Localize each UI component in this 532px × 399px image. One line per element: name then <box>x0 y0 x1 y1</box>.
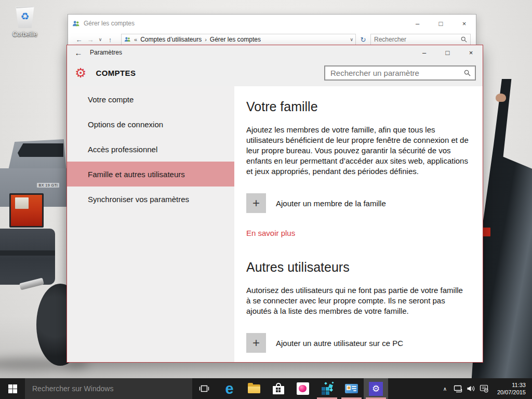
volume-icon <box>467 385 476 392</box>
add-other-user-label: Ajouter un autre utilisateur sur ce PC <box>276 339 403 348</box>
network-icon <box>454 385 463 393</box>
car-rear-window <box>18 143 63 157</box>
plus-icon: + <box>252 196 260 210</box>
breadcrumb-item-comptes-utilisateurs[interactable]: Comptes d’utilisateurs <box>140 36 202 43</box>
folder-icon <box>248 384 260 393</box>
start-button[interactable] <box>0 378 25 399</box>
user-accounts-icon <box>345 384 358 393</box>
volume-tray-button[interactable] <box>464 385 477 392</box>
breadcrumb-prefix: « <box>133 36 138 43</box>
explorer-maximize-button[interactable]: □ <box>429 15 453 32</box>
sidebar-item-famille-et-autres-utilisateurs[interactable]: Famille et autres utilisateurs <box>67 162 234 187</box>
action-center-icon <box>480 384 489 393</box>
others-section-description: Autorisez des utilisateurs qui ne font p… <box>246 285 469 316</box>
sidebar-item-synchroniser-vos-parametres[interactable]: Synchroniser vos paramètres <box>67 187 234 211</box>
add-family-member-button[interactable]: + <box>246 193 266 213</box>
nav-history-chevron-icon[interactable]: ∨ <box>97 37 103 42</box>
add-other-user-row[interactable]: + Ajouter un autre utilisateur sur ce PC <box>246 333 469 353</box>
wallpaper-car-rear: BX 19 GTi <box>0 139 76 378</box>
search-icon <box>461 36 467 43</box>
clock-date: 20/07/2015 <box>490 389 526 396</box>
settings-content: Votre famille Ajoutez les membres de vot… <box>234 86 483 362</box>
settings-sidebar: Votre compte Options de connexion Accès … <box>67 86 234 362</box>
user-accounts-taskbar-button[interactable] <box>339 378 364 399</box>
settings-search-box[interactable] <box>324 65 476 81</box>
explorer-close-button[interactable]: × <box>453 15 476 32</box>
task-view-icon <box>199 385 209 392</box>
recycle-bin-label: Corbeille <box>7 31 43 38</box>
recycle-bin-desktop-icon[interactable]: ♻ Corbeille <box>7 5 43 38</box>
settings-taskbar-button[interactable]: ⚙ <box>364 378 388 399</box>
recycle-bin-icon: ♻ <box>15 5 35 28</box>
others-section-title: Autres utilisateurs <box>246 259 469 275</box>
explorer-address-bar[interactable]: « Comptes d’utilisateurs › Gérer les com… <box>121 34 356 46</box>
family-section-title: Votre famille <box>246 99 469 114</box>
candy-crush-icon <box>297 382 309 395</box>
nav-up-icon[interactable]: ↑ <box>105 36 115 44</box>
taskbar-apps: e <box>217 378 388 399</box>
taskbar-search-box[interactable] <box>25 378 192 399</box>
sidebar-item-votre-compte[interactable]: Votre compte <box>67 87 234 112</box>
settings-titlebar[interactable]: ← Paramètres – □ × <box>67 45 483 60</box>
car-taillight <box>9 193 44 228</box>
breadcrumb-separator-icon: › <box>204 36 208 43</box>
nav-back-icon[interactable]: ← <box>74 36 84 44</box>
settings-gear-icon: ⚙ <box>75 66 86 79</box>
chevron-up-icon: ∧ <box>443 386 447 392</box>
breadcrumb-item-gerer-les-comptes[interactable]: Gérer les comptes <box>210 36 261 43</box>
store-bag-icon <box>273 383 284 394</box>
settings-close-button[interactable]: × <box>459 45 483 60</box>
settings-search-input[interactable] <box>330 69 464 77</box>
candy-crush-taskbar-button[interactable] <box>290 378 315 399</box>
nav-forward-icon[interactable]: → <box>86 36 95 44</box>
car-bumper <box>0 229 55 285</box>
add-family-member-row[interactable]: + Ajouter un membre de la famille <box>246 193 469 213</box>
taskbar: e <box>0 378 532 399</box>
task-view-button[interactable] <box>192 378 216 399</box>
settings-maximize-button[interactable]: □ <box>436 45 459 60</box>
clock-time: 11:33 <box>490 381 526 389</box>
settings-window-title: Paramètres <box>90 49 122 56</box>
hand-on-door <box>496 94 506 102</box>
car-taillight-reverse-lens <box>15 197 29 209</box>
taskbar-search-input[interactable] <box>32 384 192 393</box>
settings-page-title: COMPTES <box>96 69 136 77</box>
add-family-member-label: Ajouter un membre de la famille <box>276 199 386 208</box>
settings-app-icon: ⚙ <box>369 382 383 396</box>
add-other-user-button[interactable]: + <box>246 333 266 353</box>
settings-window: ← Paramètres – □ × ⚙ COMPTES Votre compt… <box>66 45 483 363</box>
action-center-tray-button[interactable] <box>477 384 490 393</box>
car-badge-text: BX 19 GTi <box>37 183 59 188</box>
windows-store-taskbar-button[interactable] <box>266 378 290 399</box>
network-tray-button[interactable] <box>451 385 464 393</box>
explorer-search-box[interactable] <box>370 34 471 46</box>
explorer-search-input[interactable] <box>374 36 461 43</box>
refresh-icon[interactable]: ↻ <box>358 36 368 44</box>
plus-icon: + <box>252 336 260 350</box>
edge-taskbar-button[interactable]: e <box>217 378 242 399</box>
windows-logo-icon <box>8 384 17 393</box>
file-explorer-taskbar-button[interactable] <box>242 378 266 399</box>
car-bumper-groove <box>0 250 55 256</box>
address-dropdown-icon[interactable]: ∨ <box>350 37 353 42</box>
settings-header: ⚙ COMPTES <box>67 60 483 86</box>
sidebar-item-options-de-connexion[interactable]: Options de connexion <box>67 112 234 137</box>
explorer-window-title: Gérer les comptes <box>84 20 406 27</box>
learn-more-link[interactable]: En savoir plus <box>246 229 295 237</box>
explorer-minimize-button[interactable]: – <box>406 15 429 32</box>
sidebar-item-acces-professionnel[interactable]: Accès professionnel <box>67 137 234 162</box>
user-accounts-window-icon <box>72 20 80 27</box>
explorer-titlebar[interactable]: Gérer les comptes – □ × <box>68 15 476 32</box>
search-icon <box>464 70 471 76</box>
edge-icon: e <box>225 381 233 396</box>
clock[interactable]: 11:33 20/07/2015 <box>490 381 529 396</box>
builder-3d-icon <box>321 382 334 395</box>
family-section-description: Ajoutez les membres de votre famille, af… <box>246 125 469 177</box>
address-bar-users-icon <box>124 36 131 43</box>
system-tray: ∧ 11:33 20/07/2015 <box>438 378 532 399</box>
settings-back-button[interactable]: ← <box>67 48 90 57</box>
builder-3d-taskbar-button[interactable] <box>315 378 339 399</box>
tray-overflow-button[interactable]: ∧ <box>438 386 451 392</box>
settings-minimize-button[interactable]: – <box>413 45 436 60</box>
recycle-symbol-icon: ♻ <box>15 11 35 21</box>
